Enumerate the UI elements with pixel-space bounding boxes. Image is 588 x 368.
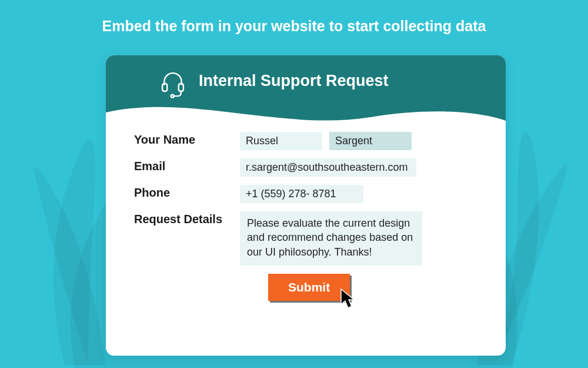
stage: Embed the form in your website to start … [0,0,588,368]
form-header: Internal Support Request [106,55,506,128]
form-card: Internal Support Request Your Name Russe… [106,55,506,356]
last-name-input[interactable]: Sargent [329,132,412,150]
details-textarea[interactable]: Please evaluate the current design and r… [240,211,422,266]
support-form: Your Name Russel Sargent Email r.sargent… [106,128,506,313]
row-phone: Phone +1 (559) 278- 8781 [134,185,477,203]
form-title: Internal Support Request [199,72,389,90]
row-details: Request Details Please evaluate the curr… [134,211,477,266]
first-name-input[interactable]: Russel [240,132,322,150]
page-headline: Embed the form in your website to start … [0,18,588,35]
label-name: Your Name [134,132,240,147]
phone-input[interactable]: +1 (559) 278- 8781 [240,185,363,203]
label-details: Request Details [134,211,240,226]
row-name: Your Name Russel Sargent [134,132,477,150]
row-email: Email r.sargent@southsoutheastern.com [134,158,477,177]
label-email: Email [134,158,240,173]
headset-icon [158,68,188,99]
submit-button[interactable]: Submit [268,274,350,301]
submit-row: Submit [134,274,477,301]
svg-point-2 [171,95,174,98]
header-wave [106,101,506,129]
email-input[interactable]: r.sargent@southsoutheastern.com [240,158,416,177]
label-phone: Phone [134,185,240,200]
